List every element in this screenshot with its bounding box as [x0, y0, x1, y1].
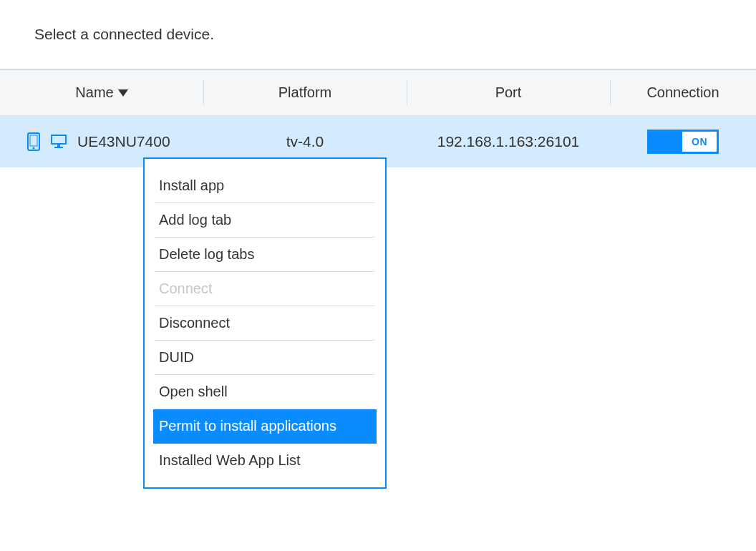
table-header: Name Platform Port Connection: [0, 70, 756, 116]
svg-rect-1: [30, 135, 37, 146]
column-header-platform[interactable]: Platform: [203, 70, 407, 115]
menu-item-duid[interactable]: DUID: [155, 341, 375, 375]
cell-connection: ON: [610, 130, 756, 154]
column-header-port[interactable]: Port: [407, 70, 610, 115]
menu-item-add-log-tab[interactable]: Add log tab: [155, 203, 375, 238]
cell-port: 192.168.1.163:26101: [407, 133, 610, 150]
column-label: Name: [75, 84, 113, 101]
menu-item-installed-web-app-list[interactable]: Installed Web App List: [155, 444, 375, 477]
device-mobile-icon: [27, 132, 40, 151]
sort-desc-icon: [118, 89, 128, 97]
prompt-text: Select a connected device.: [0, 0, 756, 69]
connection-toggle[interactable]: ON: [647, 130, 719, 154]
toggle-knob: ON: [682, 132, 717, 152]
column-header-connection[interactable]: Connection: [610, 70, 756, 115]
svg-rect-6: [54, 147, 63, 148]
cell-platform: tv-4.0: [203, 133, 407, 150]
menu-item-delete-log-tabs[interactable]: Delete log tabs: [155, 238, 375, 272]
menu-item-open-shell[interactable]: Open shell: [155, 375, 375, 409]
svg-rect-4: [52, 136, 65, 143]
device-monitor-icon: [50, 134, 67, 150]
context-menu: Install app Add log tab Delete log tabs …: [143, 157, 387, 489]
svg-rect-5: [57, 145, 60, 147]
column-label: Platform: [278, 84, 331, 101]
cell-name: UE43NU7400: [0, 132, 203, 151]
devices-table: Name Platform Port Connection: [0, 69, 756, 167]
svg-point-2: [33, 147, 35, 150]
column-label: Connection: [646, 84, 719, 101]
menu-item-connect: Connect: [155, 272, 375, 306]
device-name: UE43NU7400: [77, 133, 170, 150]
menu-item-disconnect[interactable]: Disconnect: [155, 306, 375, 341]
menu-item-permit-install[interactable]: Permit to install applications: [153, 409, 377, 444]
column-label: Port: [495, 84, 522, 101]
column-header-name[interactable]: Name: [0, 70, 203, 115]
menu-item-install-app[interactable]: Install app: [155, 169, 375, 203]
